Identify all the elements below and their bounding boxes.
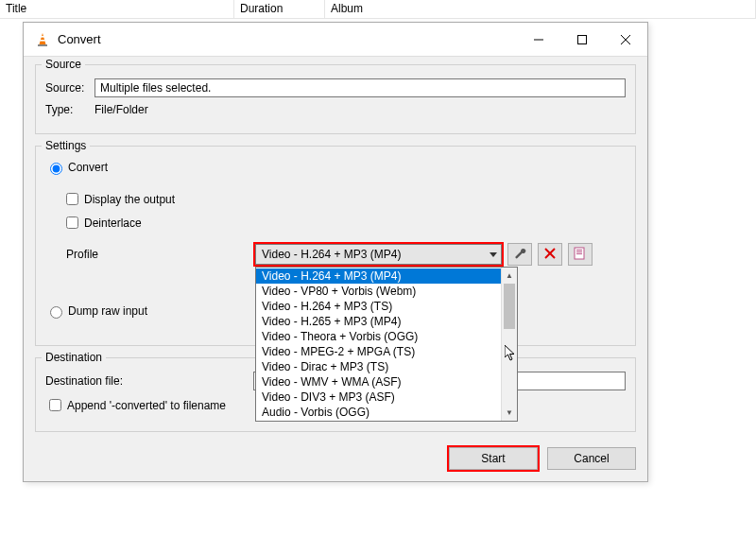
svg-rect-12 — [576, 251, 582, 252]
profile-option[interactable]: Video - H.265 + MP3 (MP4) — [256, 314, 501, 329]
append-converted-checkbox[interactable] — [49, 399, 61, 411]
col-album[interactable]: Album — [325, 0, 756, 18]
start-button[interactable]: Start — [449, 447, 538, 470]
display-output-checkbox[interactable] — [66, 193, 78, 205]
col-duration[interactable]: Duration — [234, 0, 325, 18]
svg-rect-2 — [41, 36, 44, 38]
dump-raw-label: Dump raw input — [68, 304, 147, 318]
display-output-label: Display the output — [84, 193, 175, 206]
x-icon — [544, 248, 556, 262]
profile-option[interactable]: Video - H.264 + MP3 (MP4) — [256, 268, 501, 284]
close-button[interactable] — [604, 23, 647, 56]
profile-option[interactable]: Video - Theora + Vorbis (OGG) — [256, 329, 501, 344]
destination-file-label: Destination file: — [45, 374, 253, 388]
dropdown-scrollbar[interactable]: ▲ ▼ — [501, 268, 517, 421]
profile-option[interactable]: Video - MPEG-2 + MPGA (TS) — [256, 344, 501, 359]
edit-profile-button[interactable] — [507, 243, 532, 266]
profile-option[interactable]: Video - VP80 + Vorbis (Webm) — [256, 284, 501, 299]
append-converted-label: Append '-converted' to filename — [67, 399, 226, 412]
source-fieldset: Source Source: Type: File/Folder — [35, 64, 636, 134]
source-input[interactable] — [94, 78, 626, 97]
new-profile-button[interactable] — [568, 243, 593, 266]
maximize-button[interactable] — [560, 23, 604, 56]
type-label: Type: — [45, 103, 94, 116]
svg-rect-3 — [40, 40, 44, 42]
svg-rect-1 — [38, 44, 47, 46]
deinterlace-checkbox[interactable] — [66, 216, 78, 229]
wrench-icon — [513, 247, 526, 263]
profile-option[interactable]: Video - Dirac + MP3 (TS) — [256, 359, 501, 374]
profile-label: Profile — [66, 248, 255, 261]
scroll-thumb[interactable] — [504, 284, 515, 329]
background-table-header: Title Duration Album — [0, 0, 756, 19]
window-title: Convert — [58, 32, 517, 46]
titlebar[interactable]: Convert — [24, 23, 647, 57]
source-label: Source: — [45, 81, 94, 95]
settings-fieldset: Settings Convert Display the output Dein… — [35, 146, 636, 346]
profile-select[interactable]: Video - H.264 + MP3 (MP4) — [255, 244, 502, 265]
delete-profile-button[interactable] — [538, 243, 562, 266]
profile-selected-text: Video - H.264 + MP3 (MP4) — [262, 248, 402, 261]
source-legend: Source — [42, 58, 85, 71]
svg-rect-5 — [578, 35, 587, 43]
cancel-button[interactable]: Cancel — [547, 447, 636, 470]
convert-radio-label: Convert — [68, 161, 108, 174]
profile-option[interactable]: Video - H.264 + MP3 (TS) — [256, 299, 501, 314]
convert-dialog: Convert Source Source: Type: File/Folder… — [23, 22, 648, 482]
profile-option[interactable]: Video - DIV3 + MP3 (ASF) — [256, 390, 501, 405]
settings-legend: Settings — [42, 139, 90, 152]
new-profile-icon — [574, 247, 587, 263]
dialog-actions: Start Cancel — [35, 443, 636, 474]
scroll-up-icon[interactable]: ▲ — [502, 268, 517, 284]
dump-raw-radio[interactable] — [50, 306, 62, 319]
svg-marker-0 — [40, 33, 46, 44]
deinterlace-label: Deinterlace — [84, 216, 142, 230]
profile-option[interactable]: Video - WMV + WMA (ASF) — [256, 374, 501, 390]
scroll-down-icon[interactable]: ▼ — [502, 405, 517, 421]
profile-option[interactable]: Audio - Vorbis (OGG) — [256, 405, 501, 420]
chevron-down-icon — [490, 252, 497, 257]
col-title[interactable]: Title — [0, 0, 234, 18]
svg-rect-13 — [576, 253, 582, 254]
type-value: File/Folder — [94, 103, 148, 116]
minimize-button[interactable] — [517, 23, 560, 56]
window-controls — [517, 23, 647, 56]
convert-radio[interactable] — [50, 163, 62, 175]
svg-rect-11 — [576, 250, 582, 251]
profile-dropdown-list: Video - H.264 + MP3 (MP4) Video - VP80 +… — [255, 267, 518, 422]
vlc-cone-icon — [35, 32, 50, 47]
destination-legend: Destination — [42, 351, 106, 364]
